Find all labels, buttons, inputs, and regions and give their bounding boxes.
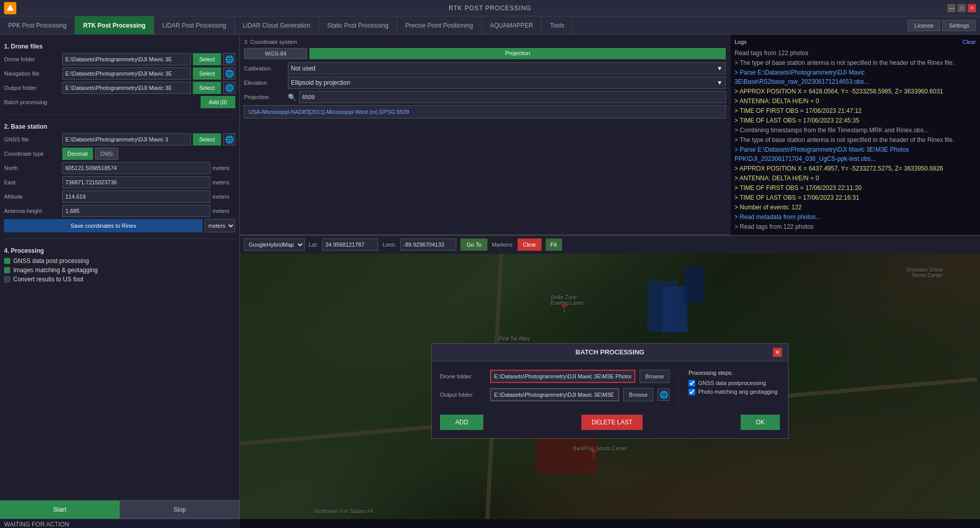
tab-aqua[interactable]: AQUAMAPPER (482, 16, 542, 34)
map-area[interactable]: Strike ZoneBowling Lanes BankPlus Sports… (240, 254, 980, 529)
nav-file-label: Navigation file (4, 70, 60, 77)
output-folder-input[interactable] (62, 82, 191, 94)
log-line[interactable]: > Parse E:\Datasets\Photogrammetry\DJI M… (734, 145, 976, 163)
logs-clear-button[interactable]: Clear (963, 39, 976, 45)
drone-files-header: 1. Drone files (4, 43, 235, 50)
batch-add-button[interactable]: Add (0) (201, 96, 235, 108)
east-unit: meters (212, 179, 235, 185)
log-line: > The type of base station antenna is no… (734, 135, 976, 145)
modal-drone-folder-row: Drone folder: Browse (440, 370, 670, 383)
modal-drone-folder-input[interactable] (490, 370, 635, 383)
antenna-height-input[interactable] (62, 205, 210, 217)
antenna-height-row: Antenna height meters (4, 205, 235, 217)
log-line[interactable]: > Parse E:\Datasets\Photogrammetry\DJI M… (734, 68, 976, 86)
log-line: > Combining timestamps from the file Tim… (734, 126, 976, 135)
altitude-input[interactable] (62, 190, 210, 203)
modal-ok-button[interactable]: OK (741, 415, 780, 430)
calibration-select[interactable]: Not used ▼ (288, 62, 726, 75)
modal-drone-browse-button[interactable]: Browse (640, 370, 670, 383)
modal-body: Drone folder: Browse Output folder: Brow… (432, 362, 788, 415)
tab-lidar[interactable]: LiDAR Post Processing (154, 16, 235, 34)
app-logo (4, 2, 16, 14)
projection-search-input[interactable] (299, 91, 726, 103)
logs-content: Read tags from 122 photos > The type of … (734, 49, 976, 231)
coord-type-row: Coordinate type Decimal DMS (4, 148, 235, 160)
decimal-button[interactable]: Decimal (62, 148, 93, 160)
gnss-file-input[interactable] (62, 133, 191, 146)
output-folder-row: Output folder Select 🌐 (4, 82, 235, 94)
maximize-button[interactable]: □ (958, 4, 966, 12)
projection-suggestion[interactable]: USA-Mississippi-NAD83[2011]-Mississippi … (244, 105, 726, 118)
modal-footer: ADD DELETE LAST OK (432, 415, 788, 438)
projection-tab[interactable]: Projection (309, 48, 726, 59)
elevation-arrow-icon: ▼ (717, 79, 723, 86)
start-button[interactable]: Start (0, 500, 119, 519)
status-text: WAITING FOR ACTION (4, 521, 69, 528)
bottom-controls-bar: Start Stop (0, 500, 240, 519)
modal-right: Processing steps: GNSS data postprocessi… (678, 370, 780, 406)
settings-button[interactable]: Settings (942, 20, 976, 31)
dms-button[interactable]: DMS (95, 148, 118, 160)
tab-ppk[interactable]: PPK Post Processing (0, 16, 75, 34)
drone-folder-input[interactable] (62, 53, 191, 65)
save-coords-button[interactable]: Save coordinates to Rinex (4, 219, 203, 232)
gnss-processing-label: GNSS data post processing (13, 257, 89, 265)
modal-delete-last-button[interactable]: DELETE LAST (581, 415, 643, 430)
gnss-file-label: GNSS file (4, 136, 60, 142)
images-matching-indicator (4, 267, 10, 273)
elevation-select[interactable]: Ellipsoid by projection ▼ (288, 77, 726, 89)
wgs84-tab[interactable]: WGS-84 (244, 48, 307, 59)
output-folder-globe-button[interactable]: 🌐 (223, 82, 235, 94)
gnss-file-select-button[interactable]: Select (193, 133, 221, 146)
modal-globe-button[interactable]: 🌐 (657, 389, 670, 401)
processing-steps-title: Processing steps: (689, 370, 780, 376)
lat-input[interactable] (322, 238, 378, 251)
modal-header: BATCH PROCESSING ✕ (432, 344, 788, 362)
drone-folder-row: Drone folder Select 🌐 (4, 53, 235, 65)
close-button[interactable]: ✕ (968, 4, 976, 12)
tab-rtk[interactable]: RTK Post Processing (75, 16, 154, 34)
modal-output-browse-button[interactable]: Browse (623, 388, 653, 401)
modal-add-button[interactable]: ADD (440, 415, 483, 430)
drone-folder-select-button[interactable]: Select (193, 53, 221, 65)
map-type-select[interactable]: GoogleHybridMap (244, 238, 305, 251)
drone-folder-globe-button[interactable]: 🌐 (223, 53, 235, 65)
tab-tools[interactable]: Tools (542, 16, 573, 34)
tab-static[interactable]: Static Post Processing (319, 16, 397, 34)
altitude-unit: meters (212, 194, 235, 200)
images-matching-row: Images matching & geotagging (4, 267, 235, 274)
units-select[interactable]: meters (205, 219, 235, 232)
nav-file-input[interactable] (62, 67, 191, 80)
tab-lidar-cloud[interactable]: LiDAR Cloud Generation (235, 16, 319, 34)
gnss-file-globe-button[interactable]: 🌐 (223, 133, 235, 146)
stop-button[interactable]: Stop (119, 500, 240, 519)
output-folder-select-button[interactable]: Select (193, 82, 221, 94)
license-button[interactable]: License (908, 20, 940, 31)
north-unit: meters (212, 165, 235, 171)
nav-file-globe-button[interactable]: 🌐 (223, 67, 235, 80)
tab-ppp[interactable]: Precise Point Positioning (397, 16, 482, 34)
gnss-processing-indicator (4, 258, 10, 264)
modal-step2-checkbox[interactable] (689, 389, 695, 395)
modal-left: Drone folder: Browse Output folder: Brow… (440, 370, 670, 406)
east-input[interactable] (62, 176, 210, 188)
nav-file-select-button[interactable]: Select (193, 67, 221, 80)
fit-button[interactable]: Fit (546, 238, 562, 251)
goto-button[interactable]: Go To (460, 238, 487, 251)
tab-bar: PPK Post Processing RTK Post Processing … (0, 16, 980, 35)
logs-title: Logs (734, 38, 747, 46)
lon-label: Lons: (382, 242, 396, 248)
north-input[interactable] (62, 162, 210, 174)
tabs-container: PPK Post Processing RTK Post Processing … (0, 16, 573, 34)
modal-step1-checkbox[interactable] (689, 380, 695, 387)
convert-us-foot-indicator (4, 276, 10, 282)
log-line: Read tags from 122 photos (734, 49, 976, 58)
modal-close-button[interactable]: ✕ (773, 348, 782, 357)
clear-button[interactable]: Clear (518, 238, 541, 251)
markers-label: Markers: (492, 242, 513, 248)
log-line: > Read tags from 122 photos (734, 222, 976, 231)
modal-output-folder-input[interactable] (490, 388, 619, 401)
log-line[interactable]: > Read metadata from photos... (734, 212, 976, 222)
lon-input[interactable] (400, 238, 456, 251)
minimize-button[interactable]: — (947, 4, 955, 12)
